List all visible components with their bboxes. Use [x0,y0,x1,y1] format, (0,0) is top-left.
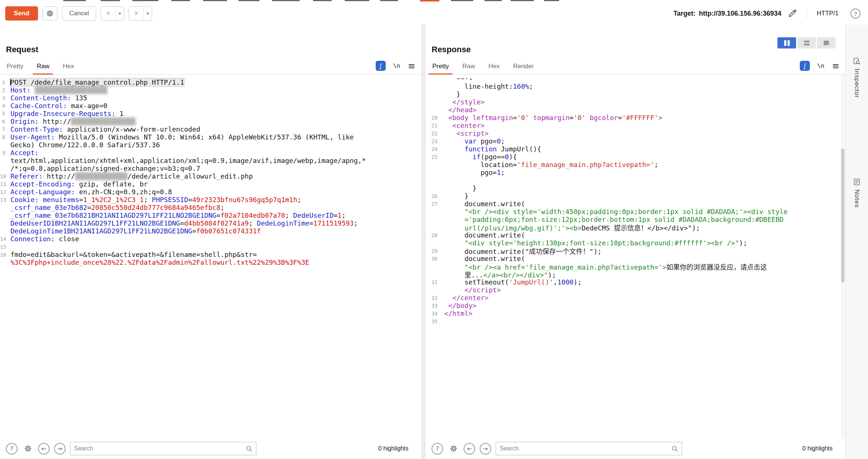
code-line[interactable]: 8User-Agent: Mozilla/5.0 (Windows NT 10.… [0,133,421,141]
newline-toggle-icon[interactable]: \n [393,62,400,69]
edit-target-button[interactable] [788,9,797,18]
line-number: 29 [426,248,442,254]
code-line[interactable]: </head> [426,106,845,114]
tab-hex[interactable]: Hex [487,63,500,74]
layout-rows-button[interactable] [797,37,816,48]
search-next-button[interactable]: → [480,443,491,455]
code-line[interactable]: _csrf_name_03e7b682=20850c550d24db777c96… [0,204,421,211]
code-line[interactable]: line-height:160%; [426,82,845,90]
code-line[interactable]: 31 setTimeout('JumpUrl()',1000); [426,278,845,286]
help-icon[interactable]: ? [850,9,861,19]
request-editor[interactable]: 1POST /dede/file_manage_control.php HTTP… [0,75,421,438]
search-next-button[interactable]: → [54,443,66,455]
code-line[interactable]: 4Cache-Control: max-age=0 [0,102,421,110]
code-line[interactable]: url(/plus/img/wbg.gif)';'><b>DedeCMS 提示信… [426,223,845,231]
code-line[interactable]: text/html,application/xhtml+xml,applicat… [0,157,421,164]
code-line[interactable]: 16fmdo=edit&backurl=&token=&activepath=&… [0,251,421,258]
history-back-button[interactable]: < [101,7,115,20]
code-line[interactable]: </script> [426,286,845,294]
response-editor[interactable]: div{ line-height:160%; } </style> </head… [426,75,845,438]
tab-pretty[interactable]: Pretty [6,63,24,74]
editor-menu-icon[interactable]: ≡ [832,62,839,70]
code-line[interactable]: 9Accept: [0,149,421,157]
search-settings-button[interactable] [448,443,459,455]
send-button[interactable]: Send [5,6,38,21]
cancel-button[interactable]: Cancel [62,6,97,21]
code-line[interactable]: 20 <body leftmargin='0' topmargin='0' bg… [426,114,845,122]
newline-toggle-icon[interactable]: \n [817,62,824,69]
code-line[interactable]: 28 document.write( [426,231,845,239]
code-line[interactable]: /*;q=0.8,application/signed-exchange;v=b… [0,164,421,172]
code-line[interactable]: 里...</a><br/></div>"); [426,270,845,278]
code-line[interactable]: 23 var pgo=0; [426,137,845,145]
code-line[interactable]: } [426,184,845,192]
code-line[interactable]: pgo=1; [426,169,845,176]
send-settings-button[interactable] [42,6,57,21]
code-line[interactable]: </style> [426,98,845,106]
code-line[interactable]: 22 <script> [426,129,845,137]
line-number: 9 [0,150,8,156]
search-icon [671,445,678,452]
code-line[interactable]: 27 document.write( [426,200,845,208]
panel-divider[interactable] [421,25,426,459]
code-line[interactable]: 11Accept-Encoding: gzip, deflate, br [0,180,421,188]
http-version-toggle[interactable]: HTTP/1 [817,10,839,17]
search-input[interactable] [496,445,682,452]
history-back-dropdown[interactable]: ▾ [115,7,124,20]
code-line[interactable]: 15 [0,243,421,251]
code-line[interactable]: 34</html> [426,309,845,317]
code-line[interactable]: %3C%3Fphp+include_once%28%22.%2Fdata%2Fa… [0,258,421,266]
notes-tab[interactable]: Notes [853,178,861,208]
code-line[interactable]: 29 document.write("成功保存一个文件！"); [426,247,845,255]
single-pane-icon [824,41,829,45]
editor-menu-icon[interactable]: ≡ [408,62,415,70]
code-line[interactable]: DedeUserID1BH21ANI1AGD297L1FF21LNO2BGE1D… [0,219,421,227]
search-help-icon[interactable]: ? [432,443,443,455]
code-line[interactable]: _csrf_name_03e7b6821BH21ANI1AGD297L1FF21… [0,211,421,219]
code-line[interactable]: 35 [426,317,845,325]
code-line[interactable]: location='file_manage_main.php?activepat… [426,161,845,169]
code-line[interactable]: 10Referer: http://▒▒▒▒▒▒▒▒▒▒▒▒▒/dede/art… [0,172,421,180]
history-forward-dropdown[interactable]: ▾ [143,7,152,20]
tab-hex[interactable]: Hex [62,63,75,74]
code-line[interactable]: "<br /><div style='width:450px;padding:0… [426,208,845,216]
tab-render[interactable]: Render [512,63,535,74]
code-line[interactable]: div{ [426,78,845,82]
prettify-icon[interactable]: ∫ [376,61,386,71]
code-line[interactable]: 1POST /dede/file_manage_control.php HTTP… [0,78,421,86]
code-line[interactable] [426,176,845,184]
code-line[interactable]: DedeLoginTime1BH21ANI1AGD297L1FF21LNO2BG… [0,227,421,235]
code-line[interactable]: } [426,90,845,98]
code-line[interactable]: 21 <center> [426,122,845,129]
tab-raw[interactable]: Raw [36,63,50,74]
code-line[interactable]: 7Content-Type: application/x-www-form-ur… [0,125,421,133]
search-input[interactable] [70,445,256,452]
scrollbar-thumb[interactable] [841,148,845,283]
search-help-icon[interactable]: ? [6,443,18,455]
layout-columns-button[interactable] [777,37,796,48]
code-line[interactable]: 13Cookie: menuitems=1_1%2C2_1%2C3_1; PHP… [0,196,421,204]
code-line[interactable]: Gecko) Chrome/122.0.0.0 Safari/537.36 [0,141,421,149]
code-line[interactable]: 33 </body> [426,302,845,309]
inspector-tab[interactable]: Inspector [853,57,861,98]
search-settings-button[interactable] [22,443,34,455]
code-line[interactable]: 5Upgrade-Insecure-Requests: 1 [0,110,421,117]
code-line[interactable]: 12Accept-Language: en,zh-CN;q=0.9,zh;q=0… [0,188,421,196]
tab-raw[interactable]: Raw [461,63,476,74]
layout-tabs-button[interactable] [817,37,836,48]
code-line[interactable]: 6Origin: http://▒▒▒▒▒▒▒▒▒▒▒▒▒▒▒▒ [0,117,421,125]
search-prev-button[interactable]: ← [38,443,50,455]
history-forward-button[interactable]: > [129,7,143,20]
code-line[interactable]: 25 if(pgo==0){ [426,153,845,161]
scrollbar-track[interactable] [841,75,845,438]
tab-pretty[interactable]: Pretty [432,63,449,74]
code-line[interactable]: 26 } [426,192,845,200]
code-line[interactable]: 24 function JumpUrl(){ [426,145,845,153]
tab-stub [101,0,120,1]
prettify-icon[interactable]: ∫ [800,61,810,71]
code-line[interactable]: 3Content-Length: 135 [0,94,421,102]
code-line[interactable]: 32 </center> [426,294,845,302]
code-line[interactable]: 14Connection: close [0,235,421,243]
code-line[interactable]: 2Host: ▒▒▒▒▒▒▒▒▒▒▒▒▒▒▒▒▒▒ [0,86,421,94]
search-prev-button[interactable]: ← [464,443,475,455]
